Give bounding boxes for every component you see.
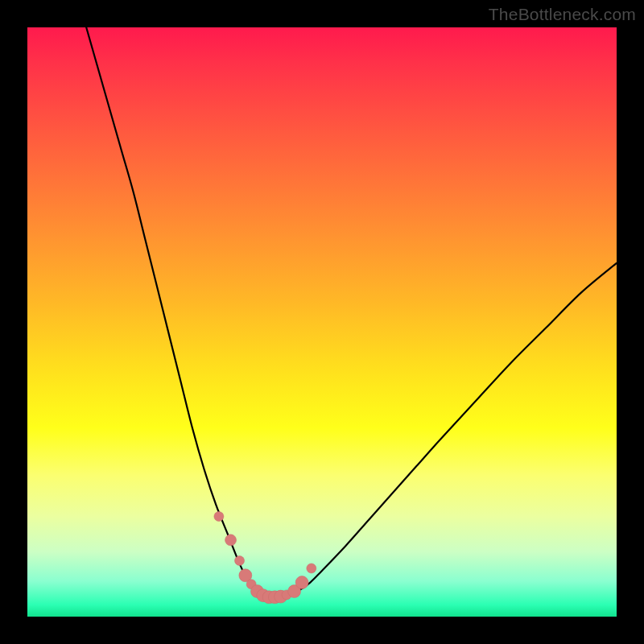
bottleneck-curve-line xyxy=(86,27,617,597)
curve-marker xyxy=(307,564,316,573)
bottleneck-curve-svg xyxy=(27,27,617,617)
plot-area xyxy=(27,27,617,617)
watermark-text: TheBottleneck.com xyxy=(489,5,636,24)
curve-marker xyxy=(225,535,237,546)
curve-marker xyxy=(214,512,224,522)
curve-marker xyxy=(295,576,308,589)
chart-frame: TheBottleneck.com xyxy=(0,0,644,644)
curve-marker xyxy=(235,555,245,565)
